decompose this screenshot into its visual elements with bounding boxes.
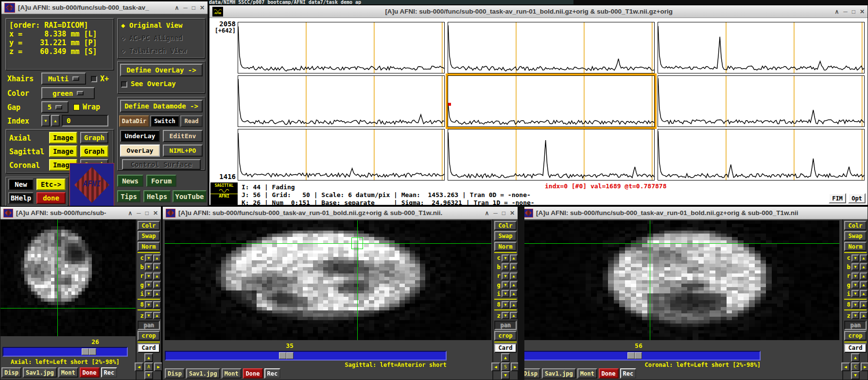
crop-button[interactable]: crop bbox=[138, 331, 160, 340]
xhairs-mode-dropdown[interactable]: Multi bbox=[41, 72, 86, 85]
save-jpg-button[interactable]: Sav1.jpg bbox=[186, 368, 220, 379]
original-view-radio[interactable]: ◆ Original View bbox=[121, 21, 182, 29]
slider-thumb[interactable] bbox=[89, 348, 96, 355]
sagittal-image-area[interactable] bbox=[165, 220, 491, 340]
rec-button[interactable]: Rec bbox=[101, 367, 118, 378]
slider-thumb[interactable] bbox=[627, 352, 635, 359]
channel-i-up-button[interactable]: ▲ bbox=[153, 290, 161, 297]
done-button[interactable]: Done bbox=[599, 368, 619, 379]
axial-image-area[interactable] bbox=[0, 219, 136, 336]
define-overlay-button[interactable]: Define OverLay -> bbox=[120, 64, 203, 76]
maximize-icon[interactable]: □ bbox=[852, 8, 855, 15]
axial-brain-image[interactable] bbox=[0, 219, 136, 336]
etc-button[interactable]: Etc-> bbox=[36, 179, 66, 190]
channel-c-down-button[interactable]: ▼ bbox=[502, 254, 509, 262]
new-controller-button[interactable]: New bbox=[8, 179, 34, 190]
channel-c-up-button[interactable]: ▲ bbox=[860, 254, 868, 262]
channel-g-down-button[interactable]: ▼ bbox=[145, 281, 153, 289]
sagittal-slice-slider[interactable] bbox=[165, 351, 447, 361]
timeseries-subplot[interactable] bbox=[238, 129, 445, 181]
timeseries-subplot[interactable] bbox=[448, 22, 655, 73]
nav-plane-letter-button[interactable]: C bbox=[851, 362, 860, 371]
nav-down-button[interactable]: ▼ bbox=[501, 371, 510, 380]
timeseries-subplot[interactable] bbox=[238, 22, 445, 73]
maximize-icon[interactable]: □ bbox=[502, 210, 505, 217]
channel-i-down-button[interactable]: ▼ bbox=[502, 290, 509, 297]
timeseries-subplot[interactable] bbox=[238, 75, 445, 127]
channel-c-up-button[interactable]: ▲ bbox=[510, 254, 518, 262]
nav-up-button[interactable]: ▲ bbox=[144, 353, 153, 362]
slider-thumb[interactable] bbox=[635, 352, 642, 359]
nav-right-button[interactable]: ▶ bbox=[861, 362, 868, 371]
tips-button[interactable]: Tips bbox=[117, 190, 140, 202]
xplus-checkbox[interactable] bbox=[91, 75, 97, 84]
done-button[interactable]: Done bbox=[80, 367, 100, 378]
channel-8-down-button[interactable]: ▼ bbox=[502, 301, 509, 308]
channel-r-down-button[interactable]: ▼ bbox=[851, 272, 859, 280]
coronal-titlebar[interactable]: [A]u AFNI: sub-000/func/sub-000_task-av_… bbox=[521, 207, 868, 219]
done-button[interactable]: Done bbox=[243, 368, 263, 379]
underlay-button[interactable]: UnderLay bbox=[120, 130, 160, 142]
shade-icon[interactable]: ∧ bbox=[128, 210, 132, 217]
save-jpg-button[interactable]: Sav1.jpg bbox=[542, 368, 576, 379]
card-button[interactable]: Card bbox=[844, 344, 867, 353]
norm-button[interactable]: Norm bbox=[494, 242, 517, 251]
timeseries-subplot[interactable] bbox=[658, 22, 865, 73]
maximize-icon[interactable]: □ bbox=[145, 210, 149, 217]
define-datamode-button[interactable]: Define Datamode -> bbox=[120, 100, 203, 112]
card-button[interactable]: Card bbox=[494, 344, 517, 353]
channel-i-down-button[interactable]: ▼ bbox=[145, 290, 153, 297]
niml-po-button[interactable]: NIML+PO bbox=[163, 145, 203, 157]
channel-c-down-button[interactable]: ▼ bbox=[851, 254, 859, 262]
norm-button[interactable]: Norm bbox=[844, 242, 867, 251]
nav-plane-letter-button[interactable]: A bbox=[144, 362, 153, 371]
mont-button[interactable]: Mont bbox=[577, 368, 597, 379]
nav-right-button[interactable]: ▶ bbox=[154, 362, 163, 371]
checkbox-icon[interactable] bbox=[121, 81, 127, 88]
timeseries-subplot[interactable] bbox=[658, 75, 865, 127]
colr-button[interactable]: Colr bbox=[494, 221, 517, 230]
channel-b-down-button[interactable]: ▼ bbox=[502, 263, 509, 271]
axial-slice-slider[interactable] bbox=[2, 347, 128, 357]
shade-icon[interactable]: ∧ bbox=[834, 8, 839, 15]
bhelp-button[interactable]: BHelp bbox=[8, 192, 34, 204]
channel-b-up-button[interactable]: ▲ bbox=[860, 263, 868, 271]
coronal-image-area[interactable] bbox=[523, 220, 839, 340]
news-button[interactable]: News bbox=[117, 175, 143, 187]
channel-g-up-button[interactable]: ▲ bbox=[153, 281, 161, 289]
channel-g-up-button[interactable]: ▲ bbox=[860, 281, 868, 289]
nav-down-button[interactable]: ▼ bbox=[851, 371, 860, 380]
wrap-checkbox[interactable] bbox=[73, 103, 80, 112]
swap-button[interactable]: Swap bbox=[844, 231, 867, 240]
graph-canvas[interactable]: 2058 [+642] 1416 SAGITTAL ◠◡◠ AFNI I: 44… bbox=[209, 18, 868, 205]
channel-z-up-button[interactable]: ▲ bbox=[153, 312, 161, 319]
checkbox-checked-icon[interactable] bbox=[73, 104, 80, 110]
nav-left-button[interactable]: ◀ bbox=[135, 362, 143, 371]
nav-up-button[interactable]: ▲ bbox=[851, 353, 860, 362]
close-icon[interactable]: ✕ bbox=[153, 210, 158, 217]
graph-titlebar[interactable]: ◠◡◠AFNI [A]u AFNI: sub-000/func/sub-000_… bbox=[209, 5, 868, 18]
crosshair-color-dropdown[interactable]: green bbox=[41, 87, 95, 99]
colr-button[interactable]: Colr bbox=[138, 221, 160, 230]
sagittal-titlebar[interactable]: [A]u AFNI: sub-000/func/sub-000_task-av_… bbox=[163, 207, 518, 219]
channel-z-down-button[interactable]: ▼ bbox=[145, 312, 153, 319]
channel-z-down-button[interactable]: ▼ bbox=[851, 312, 859, 319]
channel-8-down-button[interactable]: ▼ bbox=[851, 301, 859, 308]
slider-thumb[interactable] bbox=[286, 352, 294, 359]
channel-8-up-button[interactable]: ▲ bbox=[153, 301, 161, 308]
forum-button[interactable]: Forum bbox=[146, 175, 176, 187]
shade-icon[interactable]: ∧ bbox=[485, 210, 489, 217]
nav-down-button[interactable]: ▼ bbox=[144, 371, 153, 380]
gap-dropdown[interactable]: 5 bbox=[41, 101, 69, 113]
index-input[interactable]: 0 bbox=[62, 115, 108, 127]
swap-button[interactable]: Swap bbox=[494, 231, 517, 240]
crop-button[interactable]: crop bbox=[494, 331, 517, 340]
disp-button[interactable]: Disp bbox=[165, 368, 185, 379]
read-button[interactable]: Read bbox=[180, 115, 203, 127]
helps-button[interactable]: Helps bbox=[143, 190, 171, 202]
channel-c-up-button[interactable]: ▲ bbox=[153, 254, 161, 262]
channel-r-up-button[interactable]: ▲ bbox=[153, 272, 161, 280]
channel-c-down-button[interactable]: ▼ bbox=[145, 254, 153, 262]
minimize-icon[interactable]: ─ bbox=[843, 8, 848, 15]
axial-image-button[interactable]: Image bbox=[49, 132, 77, 144]
